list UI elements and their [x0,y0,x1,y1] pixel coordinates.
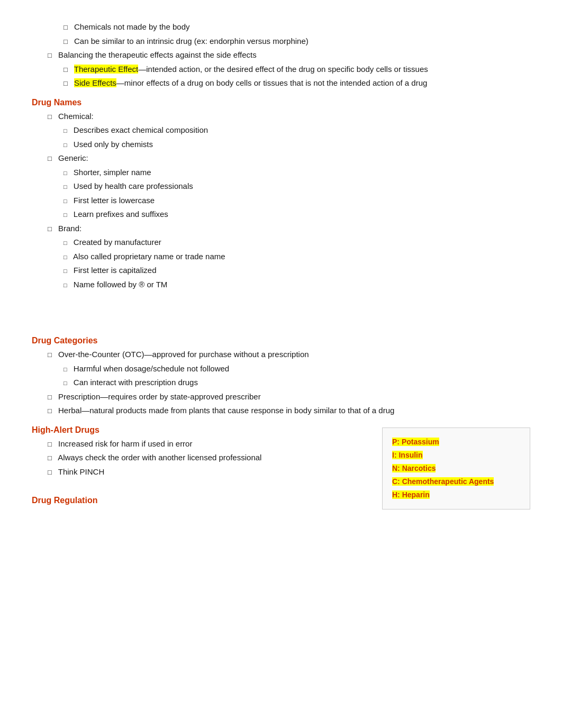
bullet-balancing: Balancing the therapeutic effects agains… [32,49,530,61]
generic-label-item: Generic: [32,152,530,165]
generic-sub-4: Learn prefixes and suffixes [32,208,530,221]
chemical-sub-2: Used only by chemists [32,139,530,151]
pinch-p: P: Potassium [392,435,520,449]
brand-sub-1: Created by manufacturer [32,236,530,249]
drug-names-section: Drug Names Chemical: Describes exact che… [32,98,530,291]
bullet-icon [64,140,71,149]
bullet-icon [48,50,56,59]
bullet-icon [64,78,72,87]
bullet-chemicals: Chemicals not made by the body [32,21,530,33]
pinch-i: I: Insulin [392,449,520,462]
generic-sub-3: First letter is lowercase [32,195,530,207]
bullet-icon [64,168,71,177]
drug-categories-heading: Drug Categories [32,336,530,345]
bullet-icon [48,439,56,448]
bullet-icon [64,252,71,261]
bullet-icon [64,280,71,289]
bullet-icon [64,22,72,31]
pinch-n: N: Narcotics [392,462,520,475]
pinch-h: H: Heparin [392,488,520,502]
otc-sub-2: Can interact with prescription drugs [32,377,530,389]
bullet-icon [48,112,56,121]
brand-sub-4: Name followed by ® or TM [32,279,530,291]
bullet-icon [64,238,71,247]
bullet-similar: Can be similar to an intrinsic drug (ex:… [32,35,530,48]
bullet-icon [48,350,56,359]
brand-sub-2: Also called proprietary name or trade na… [32,251,530,263]
bullet-icon [64,210,71,219]
brand-sub-3: First letter is capitalized [32,265,530,277]
bullet-icon [64,37,72,46]
therapeutic-item: Therapeutic Effect—intended action, or t… [32,63,530,76]
pinch-chemo: C: Chemotherapeutic Agents [392,477,494,486]
pinch-insulin: I: Insulin [392,451,423,459]
bullet-icon [64,378,71,387]
generic-sub-2: Used by health care professionals [32,180,530,193]
pinch-heparin: H: Heparin [392,490,430,499]
side-effects-rest: —minor effects of a drug on body cells o… [116,78,428,87]
bullet-icon [48,406,56,415]
bullet-icon [48,392,56,401]
chemical-label-item: Chemical: [32,111,530,123]
bullet-icon [64,65,72,74]
bullet-icon [64,125,71,134]
prescription-item: Prescription—requires order by state-app… [32,391,530,403]
pinch-box: P: Potassium I: Insulin N: Narcotics C: … [382,427,530,510]
bullet-icon [48,153,56,162]
side-effects-highlight: Side Effects [74,78,116,87]
drug-categories-section: Drug Categories Over-the-Counter (OTC)—a… [32,336,530,417]
bullet-icon [48,224,56,233]
spacer-1 [32,299,530,331]
generic-sub-1: Shorter, simpler name [32,167,530,179]
drug-names-heading: Drug Names [32,98,530,107]
bullet-icon [64,196,71,205]
bullet-icon [64,266,71,275]
otc-sub-1: Harmful when dosage/schedule not followe… [32,363,530,375]
pinch-narcotics: N: Narcotics [392,464,436,472]
bullet-icon [48,467,56,476]
chemical-sub-1: Describes exact chemical composition [32,124,530,136]
bullet-icon [64,364,71,373]
therapeutic-rest: —intended action, or the desired effect … [138,65,428,74]
bullet-icon [64,181,71,190]
top-bullets-section: Chemicals not made by the body Can be si… [32,21,530,89]
herbal-item: Herbal—natural products made from plants… [32,405,530,417]
bullet-icon [48,453,56,462]
side-effects-item: Side Effects—minor effects of a drug on … [32,77,530,89]
otc-item: Over-the-Counter (OTC)—approved for purc… [32,349,530,361]
therapeutic-highlight: Therapeutic Effect [74,65,138,74]
pinch-c: C: Chemotherapeutic Agents [392,475,520,488]
high-alert-section: P: Potassium I: Insulin N: Narcotics C: … [32,425,530,510]
pinch-potassium: P: Potassium [392,438,439,446]
brand-label-item: Brand: [32,223,530,235]
